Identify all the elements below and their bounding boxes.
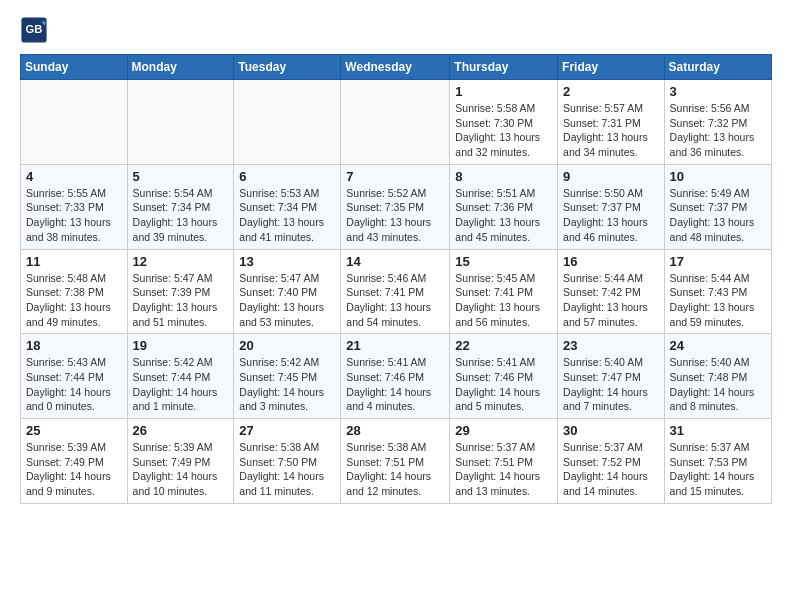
day-number: 7 xyxy=(346,169,444,184)
day-number: 24 xyxy=(670,338,766,353)
day-number: 2 xyxy=(563,84,659,99)
day-info: Sunrise: 5:37 AM Sunset: 7:51 PM Dayligh… xyxy=(455,440,552,499)
day-cell-21: 21Sunrise: 5:41 AM Sunset: 7:46 PM Dayli… xyxy=(341,334,450,419)
day-number: 23 xyxy=(563,338,659,353)
day-info: Sunrise: 5:48 AM Sunset: 7:38 PM Dayligh… xyxy=(26,271,122,330)
day-cell-31: 31Sunrise: 5:37 AM Sunset: 7:53 PM Dayli… xyxy=(664,419,771,504)
day-info: Sunrise: 5:44 AM Sunset: 7:42 PM Dayligh… xyxy=(563,271,659,330)
day-info: Sunrise: 5:53 AM Sunset: 7:34 PM Dayligh… xyxy=(239,186,335,245)
day-cell-15: 15Sunrise: 5:45 AM Sunset: 7:41 PM Dayli… xyxy=(450,249,558,334)
day-info: Sunrise: 5:56 AM Sunset: 7:32 PM Dayligh… xyxy=(670,101,766,160)
weekday-header-tuesday: Tuesday xyxy=(234,55,341,80)
calendar: SundayMondayTuesdayWednesdayThursdayFrid… xyxy=(20,54,772,504)
logo-icon: GB xyxy=(20,16,48,44)
header: GB xyxy=(20,16,772,44)
day-number: 12 xyxy=(133,254,229,269)
day-info: Sunrise: 5:58 AM Sunset: 7:30 PM Dayligh… xyxy=(455,101,552,160)
day-number: 21 xyxy=(346,338,444,353)
logo: GB xyxy=(20,16,52,44)
day-cell-1: 1Sunrise: 5:58 AM Sunset: 7:30 PM Daylig… xyxy=(450,80,558,165)
day-info: Sunrise: 5:42 AM Sunset: 7:44 PM Dayligh… xyxy=(133,355,229,414)
day-number: 29 xyxy=(455,423,552,438)
day-info: Sunrise: 5:43 AM Sunset: 7:44 PM Dayligh… xyxy=(26,355,122,414)
day-number: 11 xyxy=(26,254,122,269)
day-info: Sunrise: 5:41 AM Sunset: 7:46 PM Dayligh… xyxy=(346,355,444,414)
day-number: 18 xyxy=(26,338,122,353)
day-number: 17 xyxy=(670,254,766,269)
day-number: 30 xyxy=(563,423,659,438)
weekday-header-thursday: Thursday xyxy=(450,55,558,80)
weekday-header-saturday: Saturday xyxy=(664,55,771,80)
day-info: Sunrise: 5:55 AM Sunset: 7:33 PM Dayligh… xyxy=(26,186,122,245)
day-cell-7: 7Sunrise: 5:52 AM Sunset: 7:35 PM Daylig… xyxy=(341,164,450,249)
day-info: Sunrise: 5:54 AM Sunset: 7:34 PM Dayligh… xyxy=(133,186,229,245)
weekday-header-monday: Monday xyxy=(127,55,234,80)
day-info: Sunrise: 5:50 AM Sunset: 7:37 PM Dayligh… xyxy=(563,186,659,245)
day-cell-3: 3Sunrise: 5:56 AM Sunset: 7:32 PM Daylig… xyxy=(664,80,771,165)
day-number: 4 xyxy=(26,169,122,184)
day-number: 25 xyxy=(26,423,122,438)
day-number: 10 xyxy=(670,169,766,184)
day-cell-13: 13Sunrise: 5:47 AM Sunset: 7:40 PM Dayli… xyxy=(234,249,341,334)
day-number: 15 xyxy=(455,254,552,269)
day-info: Sunrise: 5:40 AM Sunset: 7:47 PM Dayligh… xyxy=(563,355,659,414)
week-row-4: 18Sunrise: 5:43 AM Sunset: 7:44 PM Dayli… xyxy=(21,334,772,419)
empty-cell xyxy=(21,80,128,165)
day-info: Sunrise: 5:42 AM Sunset: 7:45 PM Dayligh… xyxy=(239,355,335,414)
day-cell-5: 5Sunrise: 5:54 AM Sunset: 7:34 PM Daylig… xyxy=(127,164,234,249)
day-info: Sunrise: 5:46 AM Sunset: 7:41 PM Dayligh… xyxy=(346,271,444,330)
day-info: Sunrise: 5:44 AM Sunset: 7:43 PM Dayligh… xyxy=(670,271,766,330)
day-number: 5 xyxy=(133,169,229,184)
page: GB SundayMondayTuesdayWednesdayThursdayF… xyxy=(0,0,792,514)
week-row-2: 4Sunrise: 5:55 AM Sunset: 7:33 PM Daylig… xyxy=(21,164,772,249)
day-info: Sunrise: 5:57 AM Sunset: 7:31 PM Dayligh… xyxy=(563,101,659,160)
day-cell-16: 16Sunrise: 5:44 AM Sunset: 7:42 PM Dayli… xyxy=(558,249,665,334)
day-cell-19: 19Sunrise: 5:42 AM Sunset: 7:44 PM Dayli… xyxy=(127,334,234,419)
day-number: 1 xyxy=(455,84,552,99)
day-number: 31 xyxy=(670,423,766,438)
day-number: 13 xyxy=(239,254,335,269)
day-cell-9: 9Sunrise: 5:50 AM Sunset: 7:37 PM Daylig… xyxy=(558,164,665,249)
day-number: 26 xyxy=(133,423,229,438)
day-info: Sunrise: 5:51 AM Sunset: 7:36 PM Dayligh… xyxy=(455,186,552,245)
svg-text:GB: GB xyxy=(26,23,43,35)
empty-cell xyxy=(234,80,341,165)
day-info: Sunrise: 5:37 AM Sunset: 7:53 PM Dayligh… xyxy=(670,440,766,499)
day-info: Sunrise: 5:45 AM Sunset: 7:41 PM Dayligh… xyxy=(455,271,552,330)
empty-cell xyxy=(341,80,450,165)
day-cell-23: 23Sunrise: 5:40 AM Sunset: 7:47 PM Dayli… xyxy=(558,334,665,419)
day-info: Sunrise: 5:38 AM Sunset: 7:50 PM Dayligh… xyxy=(239,440,335,499)
day-number: 28 xyxy=(346,423,444,438)
weekday-header-friday: Friday xyxy=(558,55,665,80)
day-cell-4: 4Sunrise: 5:55 AM Sunset: 7:33 PM Daylig… xyxy=(21,164,128,249)
day-cell-17: 17Sunrise: 5:44 AM Sunset: 7:43 PM Dayli… xyxy=(664,249,771,334)
day-info: Sunrise: 5:37 AM Sunset: 7:52 PM Dayligh… xyxy=(563,440,659,499)
empty-cell xyxy=(127,80,234,165)
day-number: 6 xyxy=(239,169,335,184)
day-cell-29: 29Sunrise: 5:37 AM Sunset: 7:51 PM Dayli… xyxy=(450,419,558,504)
day-info: Sunrise: 5:49 AM Sunset: 7:37 PM Dayligh… xyxy=(670,186,766,245)
week-row-5: 25Sunrise: 5:39 AM Sunset: 7:49 PM Dayli… xyxy=(21,419,772,504)
day-cell-24: 24Sunrise: 5:40 AM Sunset: 7:48 PM Dayli… xyxy=(664,334,771,419)
day-number: 3 xyxy=(670,84,766,99)
day-cell-6: 6Sunrise: 5:53 AM Sunset: 7:34 PM Daylig… xyxy=(234,164,341,249)
day-cell-18: 18Sunrise: 5:43 AM Sunset: 7:44 PM Dayli… xyxy=(21,334,128,419)
day-cell-20: 20Sunrise: 5:42 AM Sunset: 7:45 PM Dayli… xyxy=(234,334,341,419)
day-number: 16 xyxy=(563,254,659,269)
week-row-1: 1Sunrise: 5:58 AM Sunset: 7:30 PM Daylig… xyxy=(21,80,772,165)
weekday-header-row: SundayMondayTuesdayWednesdayThursdayFrid… xyxy=(21,55,772,80)
day-cell-27: 27Sunrise: 5:38 AM Sunset: 7:50 PM Dayli… xyxy=(234,419,341,504)
day-info: Sunrise: 5:38 AM Sunset: 7:51 PM Dayligh… xyxy=(346,440,444,499)
day-cell-30: 30Sunrise: 5:37 AM Sunset: 7:52 PM Dayli… xyxy=(558,419,665,504)
day-info: Sunrise: 5:39 AM Sunset: 7:49 PM Dayligh… xyxy=(26,440,122,499)
day-info: Sunrise: 5:41 AM Sunset: 7:46 PM Dayligh… xyxy=(455,355,552,414)
weekday-header-sunday: Sunday xyxy=(21,55,128,80)
day-number: 8 xyxy=(455,169,552,184)
day-info: Sunrise: 5:40 AM Sunset: 7:48 PM Dayligh… xyxy=(670,355,766,414)
day-number: 19 xyxy=(133,338,229,353)
day-number: 20 xyxy=(239,338,335,353)
day-cell-14: 14Sunrise: 5:46 AM Sunset: 7:41 PM Dayli… xyxy=(341,249,450,334)
day-cell-11: 11Sunrise: 5:48 AM Sunset: 7:38 PM Dayli… xyxy=(21,249,128,334)
day-cell-22: 22Sunrise: 5:41 AM Sunset: 7:46 PM Dayli… xyxy=(450,334,558,419)
day-number: 14 xyxy=(346,254,444,269)
